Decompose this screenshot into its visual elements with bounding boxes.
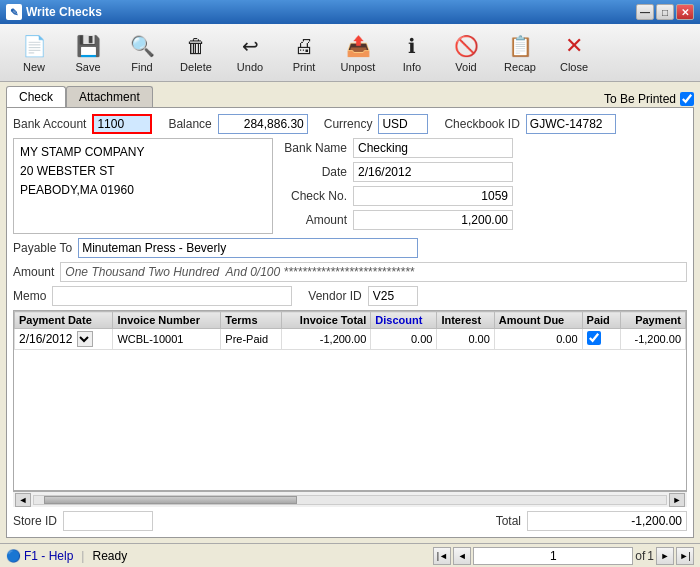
amount-display-label: Amount xyxy=(283,213,353,227)
info-label: Info xyxy=(403,61,421,73)
col-invoice-number: Invoice Number xyxy=(113,312,221,329)
save-button[interactable]: 💾 Save xyxy=(62,28,114,77)
close-tool-button[interactable]: ✕ Close xyxy=(548,28,600,77)
check-no-input[interactable] xyxy=(353,186,513,206)
amount-text-label: Amount xyxy=(13,265,54,279)
window-title: Write Checks xyxy=(26,5,102,19)
tab-attachment[interactable]: Attachment xyxy=(66,86,153,107)
bank-name-input[interactable] xyxy=(353,138,513,158)
col-amount-due: Amount Due xyxy=(494,312,582,329)
undo-icon: ↩ xyxy=(234,32,266,60)
delete-button[interactable]: 🗑 Delete xyxy=(170,28,222,77)
void-button[interactable]: 🚫 Void xyxy=(440,28,492,77)
unpost-label: Unpost xyxy=(341,61,376,73)
void-label: Void xyxy=(455,61,476,73)
checkbook-id-label: Checkbook ID xyxy=(444,117,519,131)
close-button[interactable]: ✕ xyxy=(676,4,694,20)
new-button[interactable]: 📄 New xyxy=(8,28,60,77)
new-icon: 📄 xyxy=(18,32,50,60)
date-row: Date xyxy=(283,162,687,182)
cell-payment-date: 2/16/2012 xyxy=(15,329,113,350)
scroll-thumb[interactable] xyxy=(44,496,297,504)
nav-next-button[interactable]: ► xyxy=(656,547,674,565)
unpost-icon: 📤 xyxy=(342,32,374,60)
unpost-button[interactable]: 📤 Unpost xyxy=(332,28,384,77)
address-bank-row: MY STAMP COMPANY 20 WEBSTER ST PEABODY,M… xyxy=(13,138,687,234)
address-line2: 20 WEBSTER ST xyxy=(20,162,266,181)
store-id-input[interactable] xyxy=(63,511,153,531)
paid-checkbox[interactable] xyxy=(587,331,601,345)
undo-label: Undo xyxy=(237,61,263,73)
close-tool-icon: ✕ xyxy=(558,32,590,60)
horizontal-scrollbar: ◄ ► xyxy=(13,491,687,507)
info-icon: ℹ xyxy=(396,32,428,60)
print-button[interactable]: 🖨 Print xyxy=(278,28,330,77)
payments-table: Payment Date Invoice Number Terms Invoic… xyxy=(14,311,686,350)
nav-last-button[interactable]: ►| xyxy=(676,547,694,565)
nav-controls: |◄ ◄ of 1 ► ►| xyxy=(433,547,694,565)
recap-button[interactable]: 📋 Recap xyxy=(494,28,546,77)
to-be-printed-row: To Be Printed xyxy=(604,92,694,106)
total-value-input[interactable] xyxy=(527,511,687,531)
find-button[interactable]: 🔍 Find xyxy=(116,28,168,77)
col-paid: Paid xyxy=(582,312,620,329)
payable-to-input[interactable] xyxy=(78,238,418,258)
store-id-label: Store ID xyxy=(13,514,57,528)
payments-table-container: Payment Date Invoice Number Terms Invoic… xyxy=(13,310,687,491)
bottom-row: Store ID Total xyxy=(13,511,687,531)
nav-page-input[interactable] xyxy=(473,547,633,565)
void-icon: 🚫 xyxy=(450,32,482,60)
memo-row: Memo Vendor ID xyxy=(13,286,687,306)
col-interest: Interest xyxy=(437,312,494,329)
balance-label: Balance xyxy=(168,117,211,131)
info-button[interactable]: ℹ Info xyxy=(386,28,438,77)
scroll-track[interactable] xyxy=(33,495,667,505)
print-label: Print xyxy=(293,61,316,73)
scroll-left-button[interactable]: ◄ xyxy=(15,493,31,507)
cell-payment: -1,200.00 xyxy=(620,329,685,350)
nav-prev-button[interactable]: ◄ xyxy=(453,547,471,565)
checkbook-id-input[interactable] xyxy=(526,114,616,134)
help-icon: 🔵 xyxy=(6,549,21,563)
scroll-right-button[interactable]: ► xyxy=(669,493,685,507)
memo-input[interactable] xyxy=(52,286,292,306)
help-link[interactable]: 🔵 F1 - Help xyxy=(6,549,73,563)
delete-icon: 🗑 xyxy=(180,32,212,60)
amount-text-row: Amount xyxy=(13,262,687,282)
help-label: F1 - Help xyxy=(24,549,73,563)
minimize-button[interactable]: — xyxy=(636,4,654,20)
nav-total-label: 1 xyxy=(647,549,654,563)
table-header-row: Payment Date Invoice Number Terms Invoic… xyxy=(15,312,686,329)
app-icon: ✎ xyxy=(6,4,22,20)
date-input[interactable] xyxy=(353,162,513,182)
payable-to-row: Payable To xyxy=(13,238,687,258)
form-panel: Bank Account Balance Currency Checkbook … xyxy=(6,107,694,538)
maximize-button[interactable]: □ xyxy=(656,4,674,20)
find-label: Find xyxy=(131,61,152,73)
payable-to-label: Payable To xyxy=(13,241,72,255)
nav-first-button[interactable]: |◄ xyxy=(433,547,451,565)
amount-display-input[interactable] xyxy=(353,210,513,230)
bank-account-row: Bank Account Balance Currency Checkbook … xyxy=(13,114,687,134)
cell-invoice-number: WCBL-10001 xyxy=(113,329,221,350)
tab-check[interactable]: Check xyxy=(6,86,66,107)
recap-label: Recap xyxy=(504,61,536,73)
amount-display-row: Amount xyxy=(283,210,687,230)
col-terms: Terms xyxy=(221,312,282,329)
save-icon: 💾 xyxy=(72,32,104,60)
check-no-label: Check No. xyxy=(283,189,353,203)
cell-discount: 0.00 xyxy=(371,329,437,350)
address-box: MY STAMP COMPANY 20 WEBSTER ST PEABODY,M… xyxy=(13,138,273,234)
undo-button[interactable]: ↩ Undo xyxy=(224,28,276,77)
amount-text-input[interactable] xyxy=(60,262,687,282)
to-be-printed-checkbox[interactable] xyxy=(680,92,694,106)
cell-amount-due: 0.00 xyxy=(494,329,582,350)
vendor-id-input[interactable] xyxy=(368,286,418,306)
close-tool-label: Close xyxy=(560,61,588,73)
currency-input[interactable] xyxy=(378,114,428,134)
col-payment-date: Payment Date xyxy=(15,312,113,329)
status-bar: 🔵 F1 - Help | Ready |◄ ◄ of 1 ► ►| xyxy=(0,543,700,567)
balance-input[interactable] xyxy=(218,114,308,134)
payment-date-dropdown[interactable] xyxy=(77,331,93,347)
bank-account-input[interactable] xyxy=(92,114,152,134)
